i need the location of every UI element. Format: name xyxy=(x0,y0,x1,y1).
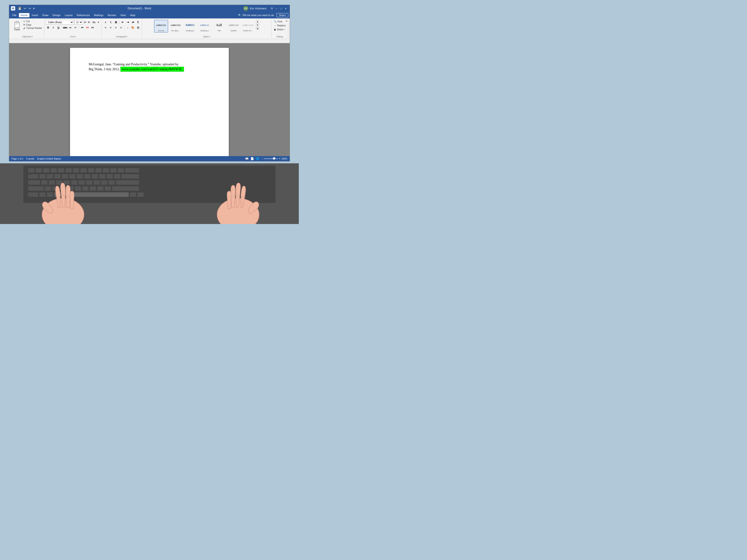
style-h2-label: Heading 2 xyxy=(200,30,209,32)
close-btn[interactable]: ✕ xyxy=(284,6,288,10)
italic-button[interactable]: I xyxy=(51,25,56,30)
border-btn[interactable]: ⊡ xyxy=(136,25,140,30)
find-button[interactable]: 🔍 Find xyxy=(273,20,287,23)
font-size-buttons: A⁺ A⁻ xyxy=(83,20,91,24)
increase-indent-btn[interactable]: ⇥ xyxy=(125,20,130,25)
style-heading2[interactable]: AaBbCcC Heading 2 xyxy=(198,20,211,32)
menu-home[interactable]: Home xyxy=(19,13,29,17)
text-color-btn[interactable]: A▾ xyxy=(85,25,89,30)
strikethrough-button[interactable]: abc xyxy=(63,25,68,30)
menu-mailings[interactable]: Mailings xyxy=(92,13,105,17)
shading-btn[interactable]: 🎨 xyxy=(130,25,135,30)
menu-insert[interactable]: Insert xyxy=(30,13,40,17)
zoom-slider[interactable] xyxy=(264,158,278,159)
clipboard-expand-icon[interactable]: ⧆ xyxy=(31,35,33,38)
replace-label: Replace xyxy=(277,24,286,27)
select-button[interactable]: ▣ Select ~ xyxy=(273,28,287,31)
save-quick-btn[interactable]: 💾 xyxy=(17,6,22,10)
svg-rect-4 xyxy=(15,25,18,25)
style-normal[interactable]: AaBbCcDc Normal xyxy=(154,20,168,32)
ribbon-group-styles: AaBbCcDc Normal AaBbCcDc No Spac... AaBb… xyxy=(142,19,272,38)
menu-layout[interactable]: Layout xyxy=(63,13,75,17)
maximize-btn[interactable]: □ xyxy=(279,6,283,10)
align-center-btn[interactable]: ≡ xyxy=(108,25,113,30)
multilevel-btn[interactable]: ⊞ xyxy=(113,20,118,25)
select-icon: ▣ xyxy=(274,28,276,31)
replace-icon: ↔ xyxy=(274,24,276,27)
document-area[interactable]: McGonigal, Jane. “Gaming and Productivit… xyxy=(9,43,290,156)
font-color-btn[interactable]: A▾ xyxy=(90,25,95,30)
paste-button[interactable]: Paste xyxy=(12,20,22,31)
font-size-select[interactable]: 11 xyxy=(75,20,83,25)
line-spacing-btn[interactable]: ↕ xyxy=(125,25,130,30)
ribbon-collapse-btn[interactable]: ▲ xyxy=(285,19,288,22)
zoom-in-btn[interactable]: + xyxy=(279,157,280,160)
paragraph-mark-btn[interactable]: ¶ xyxy=(136,20,140,25)
menu-draw[interactable]: Draw xyxy=(41,13,50,17)
style-subtle-em[interactable]: AaBbCccDc Subtle Em... xyxy=(241,20,255,32)
document-text[interactable]: McGonigal, Jane. “Gaming and Productivit… xyxy=(89,62,210,72)
zoom-level: 150% xyxy=(281,158,287,160)
menu-file[interactable]: File xyxy=(10,13,19,17)
subscript-button[interactable]: x₂ xyxy=(68,25,73,30)
menu-help[interactable]: Help xyxy=(128,13,137,17)
zoom-out-btn[interactable]: − xyxy=(261,157,263,160)
restore-window-btn[interactable]: ⧉ xyxy=(269,6,274,10)
menu-references[interactable]: References xyxy=(75,13,92,17)
numbering-btn[interactable]: ⒈ xyxy=(108,20,113,25)
replace-button[interactable]: ↔ Replace xyxy=(273,24,287,27)
cut-label: Cut xyxy=(26,20,30,23)
web-view-btn[interactable]: 🌐 xyxy=(256,157,259,160)
bold-button[interactable]: B xyxy=(46,25,50,30)
word-icon: W xyxy=(11,6,15,10)
clear-format-btn[interactable]: ✦ xyxy=(96,20,100,24)
menu-review[interactable]: Review xyxy=(106,13,118,17)
superscript-button[interactable]: x² xyxy=(73,25,78,30)
copy-action[interactable]: ⧉ Copy xyxy=(23,23,43,26)
keyboard-area xyxy=(0,163,299,224)
font-expand-icon[interactable]: ⧆ xyxy=(75,35,76,38)
decrease-font-btn[interactable]: A⁻ xyxy=(87,20,91,24)
editing-label: Editing xyxy=(277,35,283,38)
redo-quick-btn[interactable]: ↪ xyxy=(28,6,32,10)
paragraph-group-label: Paragraph ⧆ xyxy=(116,35,127,38)
style-heading1[interactable]: AaBbCc Heading 1 xyxy=(183,20,197,32)
menu-view[interactable]: View xyxy=(118,13,128,17)
styles-scroll-down-btn[interactable]: ▼ xyxy=(256,23,259,27)
ribbon: ▲ Paste xyxy=(9,19,290,39)
minimize-btn[interactable]: ─ xyxy=(274,6,279,10)
doc-line2: Big Think, 3 July 2012, www.youtube.com/… xyxy=(89,67,210,72)
font-family-select[interactable]: Calibri (Body) xyxy=(46,20,74,25)
customize-quick-btn[interactable]: ▾ xyxy=(32,6,35,10)
style-subtitle[interactable]: AaBbCccD Subtitle xyxy=(227,20,240,32)
cut-action[interactable]: ✂ Cut xyxy=(23,20,43,23)
justify-btn[interactable]: ≡ xyxy=(119,25,123,30)
ltr-rtl-btn[interactable]: ⇌ xyxy=(130,20,135,25)
underline-button[interactable]: U xyxy=(56,25,61,30)
style-no-spacing[interactable]: AaBbCcDc No Spac... xyxy=(169,20,183,32)
undo-quick-btn[interactable]: ↩ xyxy=(23,6,27,10)
styles-expand-btn[interactable]: ⊞ xyxy=(256,27,259,30)
para-expand-icon[interactable]: ⧆ xyxy=(126,35,127,38)
style-title[interactable]: AaB Title xyxy=(212,20,226,32)
menu-design[interactable]: Design xyxy=(51,13,62,17)
zoom-thumb xyxy=(273,157,275,160)
styles-expand-icon[interactable]: ⧆ xyxy=(209,35,210,38)
styles-group-label: Styles ⧆ xyxy=(203,35,210,38)
increase-font-btn[interactable]: A⁺ xyxy=(83,20,87,24)
styles-scroll-up-btn[interactable]: ▲ xyxy=(256,20,259,23)
align-right-btn[interactable]: ≡ xyxy=(113,25,118,30)
user-avatar[interactable]: EV xyxy=(243,6,248,11)
print-view-btn[interactable]: 📄 xyxy=(251,157,254,160)
text-highlight-btn[interactable]: A▾ xyxy=(80,25,84,30)
align-left-btn[interactable]: ≡ xyxy=(103,25,108,30)
read-view-btn[interactable]: 📖 xyxy=(245,157,249,160)
share-button[interactable]: Share xyxy=(276,13,288,17)
decrease-indent-btn[interactable]: ⇤ xyxy=(120,20,125,25)
font-case-btn[interactable]: Aa xyxy=(92,20,96,24)
copy-icon: ⧉ xyxy=(23,23,25,26)
format-painter-action[interactable]: 🖌 Format Painter xyxy=(23,27,43,30)
window-title: Document1 - Word xyxy=(35,7,243,10)
bullets-btn[interactable]: ≡ xyxy=(103,20,108,25)
url-highlighted[interactable]: www.youtube.com/watch?v=mkdzy9bWW3E. xyxy=(121,67,184,72)
